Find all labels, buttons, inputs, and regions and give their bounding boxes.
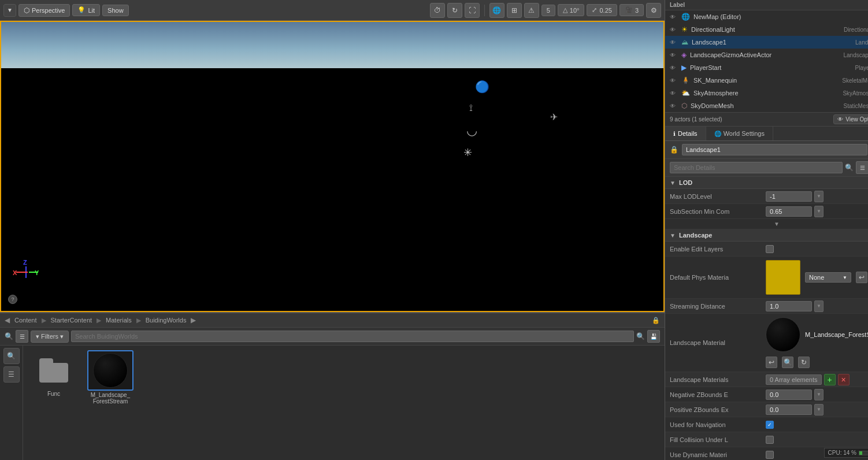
subsection-input[interactable] bbox=[766, 206, 812, 217]
camera-value: 3 bbox=[635, 7, 639, 14]
pos-zbounds-spinner[interactable]: ▼ bbox=[814, 404, 824, 416]
search-icon-left: 🔍 bbox=[5, 332, 13, 340]
tab-world-settings[interactable]: 🌐 World Settings bbox=[706, 127, 773, 140]
max-lod-label: Max LODLevel bbox=[670, 193, 762, 200]
lod-section-header[interactable]: ▼ LOD bbox=[665, 177, 868, 189]
outliner-row-mannequin[interactable]: 👁 🧍 SK_Mannequin SkeletalMeshAc bbox=[665, 74, 868, 87]
scale-value: 0.25 bbox=[599, 7, 611, 14]
outliner-row-skydome[interactable]: 👁 ⬡ SkyDomeMesh StaticMeshActo bbox=[665, 99, 868, 112]
content-save-btn[interactable]: 💾 bbox=[647, 330, 660, 343]
lm-refresh-btn[interactable]: ↻ bbox=[798, 357, 810, 368]
streaming-dist-spinner[interactable]: ▼ bbox=[814, 301, 824, 312]
eye-icon-sky[interactable]: 👁 bbox=[670, 90, 678, 97]
view-options-btn[interactable]: 👁 View Options bbox=[833, 114, 868, 124]
lod-expand-row[interactable]: ▼ bbox=[665, 219, 868, 229]
tab-world-settings-label: World Settings bbox=[724, 130, 765, 137]
fill-collision-checkbox[interactable] bbox=[766, 436, 774, 444]
outliner-row-gizmo[interactable]: 👁 ◈ LandscapeGizmoActiveActor LandscapeG… bbox=[665, 49, 868, 61]
landscape-materials-label: Landscape Materials bbox=[670, 376, 762, 383]
filters-btn[interactable]: ▾ Filters ▾ bbox=[31, 331, 69, 343]
filter-icon: ▾ bbox=[36, 333, 39, 340]
eye-icon-playerstart[interactable]: 👁 bbox=[670, 65, 678, 71]
outliner-row-newmap[interactable]: 👁 🌐 NewMap (Editor) World bbox=[665, 10, 868, 23]
eye-icon-landscape[interactable]: 👁 bbox=[670, 39, 678, 46]
phys-dropdown-arrow: ▼ bbox=[843, 275, 847, 280]
use-dynamic-checkbox[interactable] bbox=[766, 451, 774, 459]
max-lod-spinner[interactable]: ▼ bbox=[814, 191, 824, 202]
phys-dropdown[interactable]: None ▼ bbox=[805, 272, 851, 283]
eye-icon-mannequin[interactable]: 👁 bbox=[670, 77, 678, 84]
breadcrumb-starter[interactable]: StarterContent bbox=[49, 316, 95, 325]
grid-globe-btn[interactable]: 🌐 bbox=[489, 3, 505, 18]
tab-details[interactable]: ℹ Details bbox=[665, 127, 706, 140]
content-search-btn[interactable]: 🔍 bbox=[636, 332, 645, 340]
refresh-btn[interactable]: ↻ bbox=[447, 3, 462, 18]
breadcrumb: ◀ Content ▶ StarterContent ▶ Materials ▶… bbox=[0, 313, 665, 328]
viewport-menu-btn[interactable]: ▼ bbox=[3, 4, 16, 17]
row-type-playerstart: PlayerStart bbox=[855, 65, 868, 71]
object-name-input[interactable] bbox=[682, 144, 867, 155]
eye-icon-newmap[interactable]: 👁 bbox=[670, 14, 678, 20]
max-lod-input[interactable] bbox=[766, 191, 812, 202]
edit-layers-checkbox[interactable] bbox=[766, 245, 774, 253]
outliner-row-skyatmosphere[interactable]: 👁 ⛅ SkyAtmosphere SkyAtmosphere bbox=[665, 87, 868, 99]
clouds bbox=[1, 28, 663, 57]
folder-thumb bbox=[31, 350, 77, 391]
breadcrumb-materials[interactable]: Materials bbox=[103, 316, 134, 325]
details-name-bar: 🔒 📂 bbox=[665, 141, 868, 159]
details-search-input[interactable] bbox=[670, 162, 843, 173]
outliner-row-playerstart[interactable]: 👁 ▶ PlayerStart PlayerStart bbox=[665, 61, 868, 74]
scale-btn[interactable]: ⤢ 0.25 bbox=[587, 4, 617, 16]
breadcrumb-content[interactable]: Content bbox=[12, 316, 39, 325]
details-search-btn[interactable]: 🔍 bbox=[845, 164, 854, 172]
outliner-panel: Label Type 👁 🌐 NewMap (Editor) World 👁 ☀ bbox=[665, 0, 868, 127]
content-search-input[interactable] bbox=[71, 331, 634, 342]
details-view-toggle[interactable]: ☰ bbox=[856, 161, 868, 174]
material-item-landscape[interactable]: M_Landscape_ForestStream bbox=[84, 350, 136, 405]
used-for-nav-checkbox[interactable]: ✓ bbox=[766, 421, 774, 429]
eye-icon-gizmo[interactable]: 👁 bbox=[670, 52, 678, 58]
eye-icon-directional[interactable]: 👁 bbox=[670, 27, 678, 33]
angle-btn[interactable]: △ 10° bbox=[558, 4, 585, 16]
array-del-btn[interactable]: × bbox=[838, 374, 850, 385]
outliner-row-directional[interactable]: 👁 ☀ DirectionalLight DirectionalLight bbox=[665, 23, 868, 36]
streaming-dist-label: Streaming Distance bbox=[670, 303, 762, 310]
phys-reset-btn[interactable]: ↩ bbox=[856, 272, 867, 283]
phys-thumb bbox=[766, 260, 800, 295]
camera-btn[interactable]: 🎥 3 bbox=[620, 4, 644, 16]
realtime-icon-btn[interactable]: ⏱ bbox=[430, 3, 445, 18]
subsection-spinner[interactable]: ▼ bbox=[814, 206, 824, 217]
landscape-section-label: Landscape bbox=[679, 232, 712, 239]
outliner-row-landscape[interactable]: 👁 ⛰ Landscape1 Landscape bbox=[665, 36, 868, 49]
viewport-settings-btn[interactable]: ⚙ bbox=[646, 3, 661, 18]
lod-arrow: ▼ bbox=[670, 180, 676, 186]
surface-btn[interactable]: ⊞ bbox=[507, 3, 522, 18]
streaming-dist-input[interactable] bbox=[766, 301, 812, 311]
back-arrow[interactable]: ◀ bbox=[5, 316, 10, 324]
viewport-scene[interactable]: 🔵 ⟟ ◡ ✳ ✈ Z X Y ? bbox=[0, 21, 665, 312]
neg-zbounds-input[interactable] bbox=[766, 389, 812, 400]
sidebar-list-btn[interactable]: ☰ bbox=[3, 366, 20, 383]
show-btn[interactable]: Show bbox=[102, 5, 129, 16]
landscape-section-header[interactable]: ▼ Landscape bbox=[665, 229, 868, 242]
folder-label: Func bbox=[47, 391, 60, 397]
folder-item-func[interactable]: Func bbox=[28, 350, 80, 405]
breadcrumb-buiding[interactable]: BuidingWorlds bbox=[143, 316, 189, 325]
streaming-dist-value: ▼ bbox=[766, 301, 868, 312]
lm-reset-btn[interactable]: ↩ bbox=[766, 357, 777, 368]
lm-search-btn[interactable]: 🔍 bbox=[782, 357, 793, 368]
perspective-btn[interactable]: ⬡ Perspective bbox=[18, 4, 70, 17]
breadcrumb-more[interactable]: ▶ bbox=[191, 316, 196, 324]
eye-icon-skydome[interactable]: 👁 bbox=[670, 103, 678, 109]
array-add-btn[interactable]: + bbox=[824, 374, 836, 385]
lit-btn[interactable]: 💡 Lit bbox=[72, 4, 100, 16]
sidebar-search-btn[interactable]: 🔍 bbox=[3, 348, 20, 364]
list-view-btn[interactable]: ☰ bbox=[16, 330, 28, 343]
pos-zbounds-input[interactable] bbox=[766, 405, 812, 415]
warning-btn[interactable]: ⚠ bbox=[524, 3, 539, 18]
grid-size-btn[interactable]: 5 bbox=[541, 5, 555, 16]
help-icon[interactable]: ? bbox=[8, 295, 17, 304]
neg-zbounds-spinner[interactable]: ▼ bbox=[814, 389, 824, 400]
lock-btn[interactable]: 🔒 bbox=[652, 317, 660, 324]
maximize-btn[interactable]: ⛶ bbox=[465, 3, 480, 18]
